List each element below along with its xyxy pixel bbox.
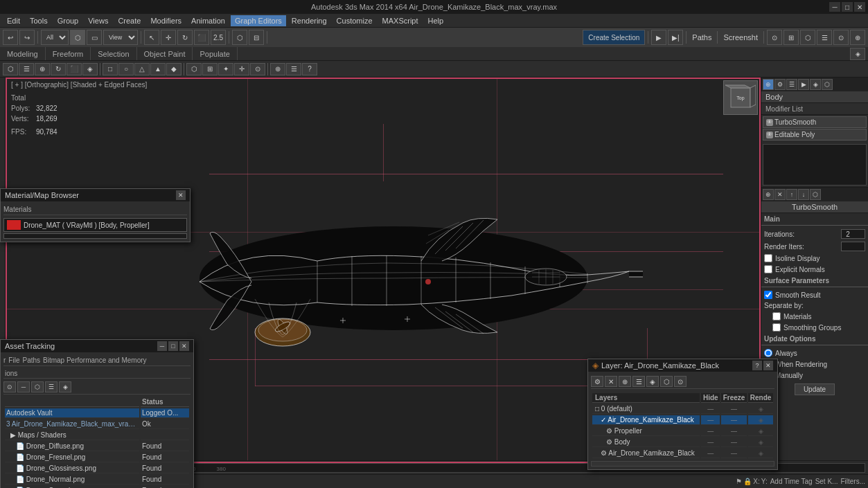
tab-selection[interactable]: Selection	[91, 47, 136, 60]
layer-help[interactable]: ?	[752, 361, 762, 370]
tab-freeform[interactable]: Freeform	[46, 47, 91, 60]
close-button[interactable]: ✕	[854, 2, 865, 12]
asset-menu-file[interactable]: File	[8, 356, 19, 364]
tb-icon-19[interactable]: ?	[302, 63, 317, 75]
menu-create[interactable]: Create	[114, 15, 145, 26]
layer-row-drone2[interactable]: ⚙ Air_Drone_Kamikaze_Black — — ◈	[592, 449, 773, 458]
tb-icon-18[interactable]: ☰	[286, 63, 301, 75]
mat-item[interactable]: Drone_MAT ( VRayMtl ) [Body, Propeller]	[3, 218, 187, 232]
undo-button[interactable]: ↩	[3, 30, 18, 45]
asset-tb-3[interactable]: ⬡	[31, 381, 44, 392]
menu-tools[interactable]: Tools	[26, 15, 52, 26]
asset-minimize[interactable]: ─	[157, 341, 167, 351]
layer-tb-6[interactable]: ⬡	[660, 376, 673, 387]
icon5[interactable]: ⊙	[833, 30, 849, 45]
layer-tb-1[interactable]: ⚙	[591, 376, 603, 387]
layer-row-default[interactable]: □ 0 (default) — — ◈	[592, 404, 773, 414]
rp-icon-display[interactable]: ◈	[810, 79, 821, 90]
layer-row-propeller[interactable]: ⚙ Propeller — — ◈	[592, 426, 773, 436]
tb-icon-13[interactable]: ⊞	[202, 63, 218, 75]
modifier-turbosmooth[interactable]: 👁 TurboSmooth	[763, 116, 867, 128]
tb-icon-14[interactable]: ✦	[218, 63, 233, 75]
menu-rendering[interactable]: Rendering	[287, 15, 331, 26]
asset-tracking-title-bar[interactable]: Asset Tracking ─ □ ✕	[1, 340, 193, 352]
mat-slider[interactable]	[3, 233, 187, 239]
tab-object-paint[interactable]: Object Paint	[137, 47, 193, 60]
asset-row-vault[interactable]: Autodesk Vault Logged O...	[5, 408, 189, 418]
asset-row-normal[interactable]: 📄 Drone_Normal.png Found	[5, 475, 189, 485]
update-button[interactable]: Update	[795, 383, 835, 395]
asset-row-maps[interactable]: ▶ Maps / Shaders	[5, 431, 189, 440]
layer-scrollbar-thumb[interactable]	[592, 462, 774, 466]
asset-menu-bitmap[interactable]: Bitmap Performance and Memory	[43, 356, 147, 364]
mod-tb-2[interactable]: ✕	[774, 189, 786, 200]
maximize-button[interactable]: □	[842, 2, 853, 12]
layer-tb-3[interactable]: ⊕	[619, 376, 631, 387]
filters[interactable]: Filters...	[840, 478, 865, 485]
asset-tb-4[interactable]: ☰	[45, 381, 57, 392]
menu-group[interactable]: Group	[53, 15, 83, 26]
rp-icon-create[interactable]: ⊕	[763, 79, 774, 90]
asset-menu-r[interactable]: r	[3, 356, 6, 364]
modifier-list-label[interactable]: Modifier List	[761, 103, 868, 115]
menu-maxscript[interactable]: MAXScript	[378, 15, 423, 26]
tb-icon-15[interactable]: ✛	[234, 63, 249, 75]
editablepoly-eye[interactable]: 👁	[766, 132, 773, 138]
menu-modifiers[interactable]: Modifiers	[146, 15, 186, 26]
menu-edit[interactable]: Edit	[3, 15, 24, 26]
select-rotate[interactable]: ↻	[177, 30, 193, 45]
tb-icon-7[interactable]: □	[103, 63, 118, 75]
select-obj[interactable]: ↖	[144, 30, 159, 45]
lock-icon[interactable]: 🔒	[743, 478, 752, 485]
tb-icon-17[interactable]: ⊕	[270, 63, 285, 75]
asset-row-glossiness[interactable]: 📄 Drone_Glossiness.png Found	[5, 464, 189, 473]
tb-icon-9[interactable]: △	[134, 63, 150, 75]
mat-browser-title-bar[interactable]: Material/Map Browser ✕	[1, 189, 190, 201]
tb-icon-1[interactable]: ⬡	[3, 63, 18, 75]
tb-icon-12[interactable]: ⬡	[186, 63, 202, 75]
asset-maximize[interactable]: □	[168, 341, 178, 351]
turbosmooth-eye[interactable]: 👁	[766, 119, 773, 126]
tb-icon-2[interactable]: ☰	[19, 63, 34, 75]
selection-filter[interactable]: All	[41, 30, 69, 45]
populate-btn[interactable]: ◈	[850, 48, 865, 60]
asset-tb-2[interactable]: ─	[17, 381, 30, 392]
layer-title-bar[interactable]: ◈ Layer: Air_Drone_Kamikaze_Black ? ✕	[588, 359, 777, 372]
tb-icon-11[interactable]: ◆	[166, 63, 181, 75]
layer-row-body[interactable]: ⚙ Body — — ◈	[592, 437, 773, 447]
tab-populate[interactable]: Populate	[193, 47, 237, 60]
select-btn[interactable]: ⬡	[70, 30, 85, 45]
icon4[interactable]: ☰	[817, 30, 832, 45]
tab-modeling[interactable]: Modeling	[0, 47, 46, 60]
layer-tb-7[interactable]: ⊙	[674, 376, 687, 387]
asset-tb-5[interactable]: ◈	[59, 381, 71, 392]
play-sel[interactable]: ▶|	[668, 30, 683, 45]
menu-customize[interactable]: Customize	[333, 15, 377, 26]
layer-tb-4[interactable]: ☰	[632, 376, 645, 387]
align[interactable]: ⊟	[249, 30, 264, 45]
iterations-input[interactable]	[841, 229, 865, 239]
layer-tb-5[interactable]: ◈	[646, 376, 659, 387]
materials-checkbox[interactable]	[772, 312, 781, 320]
select-region[interactable]: ▭	[87, 30, 102, 45]
select-move[interactable]: ✛	[161, 30, 176, 45]
tb-icon-10[interactable]: ▲	[150, 63, 166, 75]
mod-tb-5[interactable]: ⬡	[810, 189, 821, 200]
asset-menu-paths[interactable]: Paths	[22, 356, 40, 364]
explicit-normals-checkbox[interactable]	[764, 265, 772, 273]
menu-graph-editors[interactable]: Graph Editors	[231, 15, 286, 26]
tb-icon-16[interactable]: ⊙	[250, 63, 265, 75]
tb-icon-3[interactable]: ⊕	[35, 63, 50, 75]
mat-browser-close[interactable]: ✕	[176, 190, 186, 200]
render-iters-input[interactable]	[841, 242, 865, 251]
smooth-result-checkbox[interactable]	[764, 291, 772, 299]
tb-icon-6[interactable]: ◈	[82, 63, 98, 75]
icon2[interactable]: ⊞	[783, 30, 799, 45]
layer-scrollbar[interactable]	[591, 461, 774, 467]
set-k[interactable]: Set K...	[815, 478, 838, 485]
mod-tb-3[interactable]: ↑	[786, 189, 797, 200]
icon1[interactable]: ⊙	[767, 30, 782, 45]
asset-row-main[interactable]: 3 Air_Drone_Kamikaze_Black_max_vray.max …	[5, 419, 189, 429]
tb-icon-8[interactable]: ○	[118, 63, 134, 75]
redo-button[interactable]: ↪	[19, 30, 35, 45]
